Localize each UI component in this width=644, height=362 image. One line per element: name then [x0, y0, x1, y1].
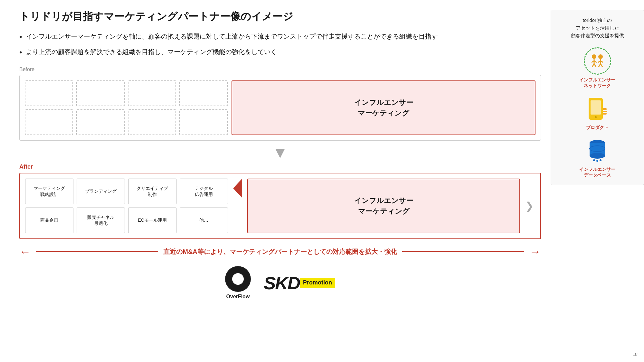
- bullet-item-2: • より上流の顧客課題を解決できる組織を目指し、マーケティング機能の強化をしてい…: [19, 47, 541, 58]
- svg-point-28: [596, 160, 598, 162]
- svg-point-27: [593, 159, 595, 161]
- right-sidebar: toridori独自の アセットを活用した 顧客伴走型の支援を提供: [551, 10, 644, 185]
- svg-point-11: [598, 54, 603, 59]
- sidebar-title: toridori独自の アセットを活用した 顧客伴走型の支援を提供: [571, 16, 624, 40]
- ma-right-arrow-icon: →: [529, 245, 541, 258]
- svg-point-25: [590, 153, 605, 159]
- before-influencer-box: インフルエンサーマーケティング: [232, 80, 535, 135]
- sidebar-network-label: インフルエンサーネットワーク: [579, 77, 615, 89]
- after-cell-3: クリエイティブ制作: [128, 179, 176, 204]
- svg-point-5: [592, 54, 596, 59]
- after-cell-6: 販売チャネル最適化: [77, 208, 125, 233]
- sidebar-item-network: インフルエンサーネットワーク: [579, 47, 615, 89]
- svg-rect-22: [603, 113, 607, 115]
- before-influencer-text: インフルエンサーマーケティング: [354, 97, 413, 118]
- before-cell-1: [25, 80, 73, 106]
- svg-rect-21: [603, 111, 607, 112]
- after-section: After マーケティング戦略設計 ブランディング クリエイティブ制作 デジタル…: [19, 163, 541, 239]
- after-influencer-box: インフルエンサーマーケティング: [247, 179, 520, 233]
- down-arrow-icon: ▼: [19, 144, 541, 162]
- network-figures-svg: [588, 52, 606, 70]
- after-box: マーケティング戦略設計 ブランディング クリエイティブ制作 デジタル広告運用 商…: [19, 173, 541, 239]
- before-grid: [25, 80, 228, 135]
- before-cell-4: [179, 80, 228, 106]
- svg-line-15: [599, 64, 601, 67]
- after-label: After: [19, 163, 541, 170]
- bullet-text-2: より上流の顧客課題を解決できる組織を目指し、マーケティング機能の強化をしていく: [26, 47, 277, 57]
- logos-area: OverFlow SKD Promotion: [19, 266, 541, 300]
- ma-banner: ← 直近のM&A等により、マーケティングパートナーとしての対応範囲を拡大・強化 …: [19, 245, 541, 258]
- influencer-network-icon: [584, 47, 611, 75]
- skd-promotion-box: Promotion: [300, 278, 335, 288]
- overflow-circle-icon: [225, 266, 251, 292]
- svg-line-16: [601, 64, 602, 67]
- ma-line-left: [36, 251, 158, 252]
- bullet-list: • インフルエンサーマーケティングを軸に、顧客の抱える課題に対して上流から下流ま…: [19, 32, 541, 58]
- bullet-item-1: • インフルエンサーマーケティングを軸に、顧客の抱える課題に対して上流から下流ま…: [19, 32, 541, 42]
- after-cell-4: デジタル広告運用: [180, 179, 228, 204]
- sidebar-database-label: インフルエンサーデータベース: [579, 167, 615, 178]
- skd-promotion-text: Promotion: [303, 279, 332, 286]
- svg-line-10: [594, 64, 596, 67]
- svg-rect-18: [591, 100, 601, 115]
- sidebar-item-product: プロダクト: [586, 97, 609, 131]
- after-cell-1: マーケティング戦略設計: [25, 179, 73, 204]
- page-title: トリドリが目指すマーケティングパートナー像のイメージ: [19, 10, 541, 24]
- before-cell-6: [76, 109, 125, 135]
- overflow-logo: OverFlow: [225, 266, 251, 300]
- after-cell-5: 商品企画: [25, 208, 73, 233]
- sidebar-item-database: インフルエンサーデータベース: [579, 138, 615, 178]
- product-icon: [586, 97, 609, 122]
- before-cell-2: [76, 80, 125, 106]
- before-cell-7: [128, 109, 176, 135]
- after-grid: マーケティング戦略設計 ブランディング クリエイティブ制作 デジタル広告運用 商…: [25, 179, 228, 233]
- svg-point-29: [600, 159, 601, 161]
- before-cell-3: [128, 80, 176, 106]
- bullet-dot-1: •: [19, 32, 22, 42]
- before-cell-5: [25, 109, 73, 135]
- ma-line-right: [402, 251, 524, 252]
- database-icon: [586, 138, 609, 164]
- after-cell-2: ブランディング: [77, 179, 125, 204]
- svg-point-19: [595, 116, 597, 118]
- svg-rect-20: [603, 108, 607, 110]
- sidebar-product-label: プロダクト: [586, 125, 609, 131]
- ma-text: 直近のM&A等により、マーケティングパートナーとしての対応範囲を拡大・強化: [163, 247, 397, 256]
- before-cell-8: [179, 109, 228, 135]
- before-section: Before インフルエンサーマーケティング: [19, 67, 541, 141]
- after-cell-8: 他…: [180, 208, 228, 233]
- chevron-left-icon: [233, 179, 242, 198]
- ma-left-arrow-icon: ←: [19, 245, 31, 258]
- before-box: インフルエンサーマーケティング: [19, 75, 541, 141]
- after-cell-7: ECモール運用: [128, 208, 176, 233]
- after-influencer-text: インフルエンサーマーケティング: [354, 195, 413, 217]
- page-number: 18: [632, 352, 638, 357]
- bullet-dot-2: •: [19, 47, 22, 58]
- skd-text: SKD: [264, 273, 300, 293]
- bullet-text-1: インフルエンサーマーケティングを軸に、顧客の抱える課題に対して上流から下流までワ…: [26, 32, 438, 41]
- svg-line-9: [592, 64, 594, 67]
- overflow-label: OverFlow: [226, 294, 250, 300]
- skd-logo: SKD Promotion: [264, 273, 335, 293]
- chevron-right-icon: ❯: [525, 179, 534, 233]
- before-label: Before: [19, 67, 541, 72]
